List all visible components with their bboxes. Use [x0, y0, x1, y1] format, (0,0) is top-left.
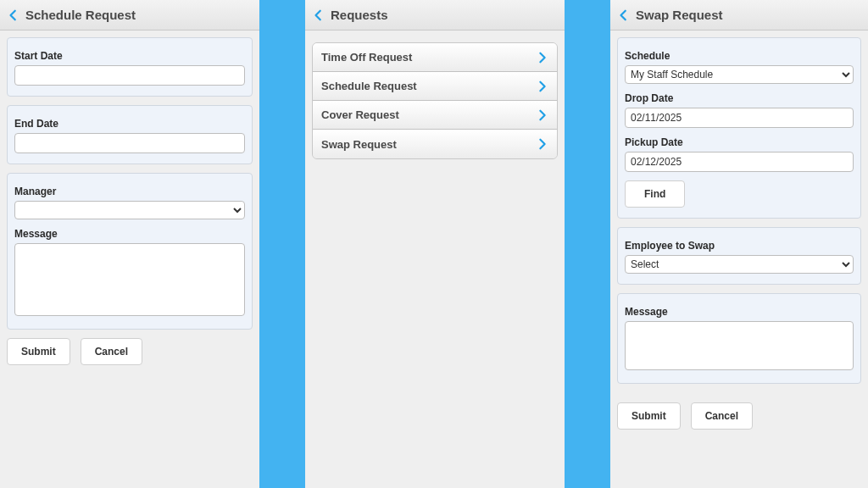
content: Start Date End Date Manager Message Subm… [0, 30, 259, 488]
content: Time Off Request Schedule Request Cover … [305, 30, 565, 488]
schedule-dates-card: Schedule My Staff Schedule Drop Date Pic… [617, 37, 861, 219]
chevron-right-icon [537, 52, 548, 64]
find-button[interactable]: Find [625, 180, 685, 208]
header: Requests [305, 0, 565, 30]
back-button[interactable] [5, 7, 22, 24]
header: Schedule Request [0, 0, 259, 30]
submit-button[interactable]: Submit [7, 338, 70, 365]
pickup-date-input[interactable] [625, 152, 854, 172]
schedule-label: Schedule [625, 50, 854, 62]
manager-label: Manager [14, 186, 245, 197]
schedule-select[interactable]: My Staff Schedule [625, 65, 854, 84]
message-textarea[interactable] [625, 321, 854, 370]
chevron-left-icon [8, 9, 19, 21]
list-item-time-off[interactable]: Time Off Request [313, 43, 557, 72]
list-item-swap[interactable]: Swap Request [313, 130, 557, 158]
end-date-card: End Date [7, 105, 253, 164]
cancel-button[interactable]: Cancel [691, 402, 753, 430]
button-row: Submit Cancel [617, 402, 861, 430]
list-item-schedule[interactable]: Schedule Request [313, 72, 557, 101]
chevron-right-icon [537, 109, 548, 121]
list-item-cover[interactable]: Cover Request [313, 101, 557, 130]
employee-select[interactable]: Select [625, 255, 854, 274]
message-textarea[interactable] [14, 243, 245, 316]
page-title: Swap Request [636, 8, 723, 22]
chevron-right-icon [537, 80, 548, 92]
message-label: Message [625, 306, 854, 318]
back-button[interactable] [615, 7, 632, 24]
cancel-button[interactable]: Cancel [81, 338, 142, 365]
drop-date-input[interactable] [625, 108, 854, 128]
chevron-left-icon [313, 9, 325, 21]
submit-button[interactable]: Submit [617, 402, 681, 430]
schedule-request-panel: Schedule Request Start Date End Date Man… [0, 0, 259, 488]
end-date-label: End Date [14, 118, 245, 130]
drop-date-label: Drop Date [625, 92, 854, 104]
page-title: Schedule Request [25, 8, 136, 22]
list-item-label: Swap Request [321, 138, 397, 151]
requests-panel: Requests Time Off Request Schedule Reque… [305, 0, 565, 488]
list-item-label: Time Off Request [321, 51, 412, 64]
request-list: Time Off Request Schedule Request Cover … [312, 42, 558, 159]
chevron-left-icon [618, 9, 630, 21]
content: Schedule My Staff Schedule Drop Date Pic… [610, 30, 868, 488]
manager-select[interactable] [14, 201, 245, 219]
employee-label: Employee to Swap [625, 240, 854, 252]
header: Swap Request [610, 0, 868, 30]
message-label: Message [14, 228, 245, 240]
start-date-input[interactable] [14, 65, 245, 86]
list-item-label: Schedule Request [321, 80, 417, 92]
page-title: Requests [331, 8, 388, 22]
manager-message-card: Manager Message [7, 173, 253, 330]
back-button[interactable] [310, 7, 327, 24]
end-date-input[interactable] [14, 133, 245, 153]
swap-request-panel: Swap Request Schedule My Staff Schedule … [610, 0, 868, 488]
employee-card: Employee to Swap Select [617, 227, 861, 285]
list-item-label: Cover Request [321, 108, 399, 121]
button-row: Submit Cancel [7, 338, 253, 365]
message-card: Message [617, 293, 861, 384]
start-date-label: Start Date [14, 50, 245, 62]
start-date-card: Start Date [7, 37, 253, 97]
chevron-right-icon [537, 138, 548, 150]
pickup-date-label: Pickup Date [625, 136, 854, 148]
